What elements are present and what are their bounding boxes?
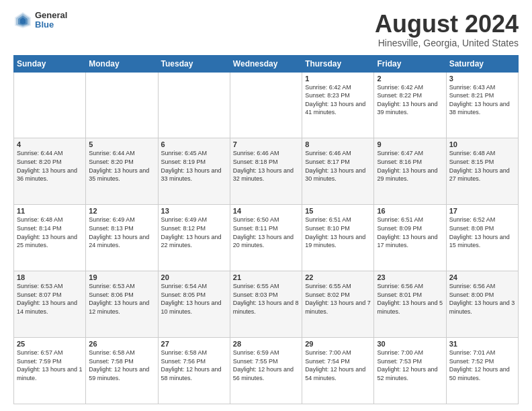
cell-w2-d2: 13Sunrise: 6:49 AM Sunset: 8:12 PM Dayli… [158,205,230,271]
day-info: Sunrise: 6:53 AM Sunset: 8:07 PM Dayligh… [17,282,83,316]
week-row-0: 1Sunrise: 6:42 AM Sunset: 8:23 PM Daylig… [14,72,519,138]
day-number: 12 [89,207,154,215]
cell-w0-d0 [14,72,86,138]
day-info: Sunrise: 6:48 AM Sunset: 8:15 PM Dayligh… [449,149,515,183]
cell-w1-d4: 8Sunrise: 6:46 AM Sunset: 8:17 PM Daylig… [302,138,374,205]
col-thursday: Thursday [302,55,374,72]
col-wednesday: Wednesday [230,55,302,72]
day-info: Sunrise: 6:55 AM Sunset: 8:03 PM Dayligh… [233,282,299,316]
day-info: Sunrise: 7:00 AM Sunset: 7:53 PM Dayligh… [377,349,443,382]
day-number: 7 [233,140,299,148]
cell-w3-d2: 20Sunrise: 6:54 AM Sunset: 8:05 PM Dayli… [158,271,230,338]
day-number: 11 [17,207,83,215]
day-number: 13 [161,207,227,215]
cell-w2-d1: 12Sunrise: 6:49 AM Sunset: 8:13 PM Dayli… [86,205,158,271]
calendar-table: Sunday Monday Tuesday Wednesday Thursday… [13,55,519,404]
col-monday: Monday [86,55,158,72]
cell-w4-d4: 29Sunrise: 7:00 AM Sunset: 7:54 PM Dayli… [302,338,374,404]
cell-w1-d6: 10Sunrise: 6:48 AM Sunset: 8:15 PM Dayli… [446,138,518,205]
day-info: Sunrise: 6:56 AM Sunset: 8:01 PM Dayligh… [377,282,443,316]
cell-w2-d0: 11Sunrise: 6:48 AM Sunset: 8:14 PM Dayli… [14,205,86,271]
day-number: 25 [17,340,83,348]
cell-w3-d4: 22Sunrise: 6:55 AM Sunset: 8:02 PM Dayli… [302,271,374,338]
day-info: Sunrise: 6:57 AM Sunset: 7:59 PM Dayligh… [17,349,83,382]
location: Hinesville, Georgia, United States [375,38,519,48]
cell-w4-d2: 27Sunrise: 6:58 AM Sunset: 7:56 PM Dayli… [158,338,230,404]
cell-w2-d3: 14Sunrise: 6:50 AM Sunset: 8:11 PM Dayli… [230,205,302,271]
cell-w3-d6: 24Sunrise: 6:56 AM Sunset: 8:00 PM Dayli… [446,271,518,338]
day-info: Sunrise: 6:45 AM Sunset: 8:19 PM Dayligh… [161,149,227,183]
month-title: August 2024 [375,11,519,38]
week-row-3: 18Sunrise: 6:53 AM Sunset: 8:07 PM Dayli… [14,271,519,338]
day-info: Sunrise: 6:53 AM Sunset: 8:06 PM Dayligh… [89,282,154,316]
logo-text: General Blue [35,11,67,30]
day-number: 20 [161,273,227,281]
cell-w0-d3 [230,72,302,138]
cell-w4-d0: 25Sunrise: 6:57 AM Sunset: 7:59 PM Dayli… [14,338,86,404]
day-info: Sunrise: 6:46 AM Sunset: 8:17 PM Dayligh… [305,149,371,183]
day-number: 6 [161,140,227,148]
cell-w0-d1 [86,72,158,138]
cell-w3-d5: 23Sunrise: 6:56 AM Sunset: 8:01 PM Dayli… [374,271,446,338]
day-number: 31 [449,340,515,348]
day-info: Sunrise: 6:44 AM Sunset: 8:20 PM Dayligh… [89,149,154,183]
cell-w1-d1: 5Sunrise: 6:44 AM Sunset: 8:20 PM Daylig… [86,138,158,205]
day-info: Sunrise: 6:46 AM Sunset: 8:18 PM Dayligh… [233,149,299,183]
day-number: 26 [89,340,154,348]
day-number: 4 [17,140,83,148]
cell-w3-d3: 21Sunrise: 6:55 AM Sunset: 8:03 PM Dayli… [230,271,302,338]
day-number: 16 [377,207,443,215]
cell-w0-d6: 3Sunrise: 6:43 AM Sunset: 8:21 PM Daylig… [446,72,518,138]
cell-w1-d3: 7Sunrise: 6:46 AM Sunset: 8:18 PM Daylig… [230,138,302,205]
week-row-1: 4Sunrise: 6:44 AM Sunset: 8:20 PM Daylig… [14,138,519,205]
header: General Blue August 2024 Hinesville, Geo… [13,11,519,48]
day-info: Sunrise: 7:00 AM Sunset: 7:54 PM Dayligh… [305,349,371,382]
day-info: Sunrise: 6:59 AM Sunset: 7:55 PM Dayligh… [233,349,299,382]
day-number: 18 [17,273,83,281]
logo-blue: Blue [35,20,67,30]
cell-w2-d5: 16Sunrise: 6:51 AM Sunset: 8:09 PM Dayli… [374,205,446,271]
week-row-4: 25Sunrise: 6:57 AM Sunset: 7:59 PM Dayli… [14,338,519,404]
cell-w4-d5: 30Sunrise: 7:00 AM Sunset: 7:53 PM Dayli… [374,338,446,404]
day-number: 19 [89,273,154,281]
day-info: Sunrise: 6:49 AM Sunset: 8:12 PM Dayligh… [161,216,227,249]
cell-w2-d4: 15Sunrise: 6:51 AM Sunset: 8:10 PM Dayli… [302,205,374,271]
day-info: Sunrise: 6:49 AM Sunset: 8:13 PM Dayligh… [89,216,154,249]
day-number: 14 [233,207,299,215]
day-info: Sunrise: 6:42 AM Sunset: 8:22 PM Dayligh… [377,83,443,117]
day-info: Sunrise: 6:44 AM Sunset: 8:20 PM Dayligh… [17,149,83,183]
cell-w0-d4: 1Sunrise: 6:42 AM Sunset: 8:23 PM Daylig… [302,72,374,138]
day-number: 30 [377,340,443,348]
day-info: Sunrise: 6:47 AM Sunset: 8:16 PM Dayligh… [377,149,443,183]
day-number: 10 [449,140,515,148]
day-info: Sunrise: 6:55 AM Sunset: 8:02 PM Dayligh… [305,282,371,316]
day-number: 8 [305,140,371,148]
day-number: 5 [89,140,154,148]
logo-general: General [35,11,67,20]
cell-w4-d1: 26Sunrise: 6:58 AM Sunset: 7:58 PM Dayli… [86,338,158,404]
cell-w0-d2 [158,72,230,138]
day-number: 27 [161,340,227,348]
day-info: Sunrise: 6:51 AM Sunset: 8:10 PM Dayligh… [305,216,371,249]
logo: General Blue [13,11,67,30]
day-info: Sunrise: 6:52 AM Sunset: 8:08 PM Dayligh… [449,216,515,249]
day-info: Sunrise: 6:50 AM Sunset: 8:11 PM Dayligh… [233,216,299,249]
day-number: 28 [233,340,299,348]
cell-w1-d0: 4Sunrise: 6:44 AM Sunset: 8:20 PM Daylig… [14,138,86,205]
col-tuesday: Tuesday [158,55,230,72]
day-number: 2 [377,75,443,83]
day-info: Sunrise: 6:43 AM Sunset: 8:21 PM Dayligh… [449,83,515,117]
day-info: Sunrise: 6:51 AM Sunset: 8:09 PM Dayligh… [377,216,443,249]
day-number: 24 [449,273,515,281]
day-info: Sunrise: 7:01 AM Sunset: 7:52 PM Dayligh… [449,349,515,382]
day-info: Sunrise: 6:56 AM Sunset: 8:00 PM Dayligh… [449,282,515,316]
day-number: 23 [377,273,443,281]
cell-w1-d2: 6Sunrise: 6:45 AM Sunset: 8:19 PM Daylig… [158,138,230,205]
title-block: August 2024 Hinesville, Georgia, United … [375,11,519,48]
day-number: 29 [305,340,371,348]
logo-icon [13,11,32,30]
day-info: Sunrise: 6:42 AM Sunset: 8:23 PM Dayligh… [305,83,371,117]
weekday-header-row: Sunday Monday Tuesday Wednesday Thursday… [14,55,519,72]
cell-w3-d1: 19Sunrise: 6:53 AM Sunset: 8:06 PM Dayli… [86,271,158,338]
day-info: Sunrise: 6:48 AM Sunset: 8:14 PM Dayligh… [17,216,83,249]
